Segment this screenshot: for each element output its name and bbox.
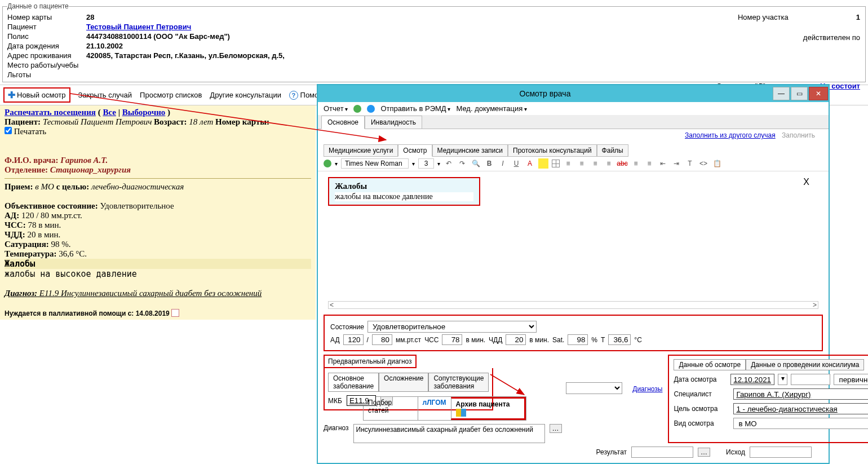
edit-icon[interactable] (171, 309, 179, 317)
exam-goal-input[interactable] (733, 403, 868, 414)
label-card-number: Номер карты (7, 13, 86, 21)
algom-button[interactable]: лЛГОМ (418, 397, 451, 420)
result-lookup-button[interactable]: … (698, 448, 710, 457)
number-list-icon[interactable] (644, 158, 654, 169)
send-remd-dropdown[interactable]: Отправить в РЭМД (380, 104, 450, 113)
window-titlebar[interactable]: Осмотр врача — ▭ ✕ (318, 85, 829, 102)
date-picker-button[interactable]: ▾ (778, 374, 787, 385)
align-center-icon[interactable]: ≡ (577, 158, 587, 169)
tab-disability[interactable]: Инвалидность (365, 116, 422, 129)
diagnosis-value: E11.9 Инсулиннезависимый сахарный диабет… (39, 289, 262, 298)
state-select[interactable]: Удовлетворительное (367, 321, 537, 333)
report-dropdown[interactable]: Отчет (324, 104, 348, 113)
new-exam-button[interactable]: ✚Новый осмотр (3, 87, 70, 103)
close-case-button[interactable]: Закрыть случай (78, 91, 132, 99)
redo-icon[interactable]: ↷ (457, 158, 467, 169)
other-consultations-button[interactable]: Другие консультации (210, 91, 281, 99)
font-color-icon[interactable]: A (525, 158, 535, 169)
font-family-select[interactable]: Times New Roman (341, 158, 409, 169)
diagnoses-link[interactable]: Диагнозы (632, 385, 662, 393)
strike-icon[interactable]: abc (617, 158, 627, 169)
rte-status-icon[interactable] (324, 160, 331, 167)
bp-diastolic-input[interactable] (372, 334, 392, 345)
status-green-icon (353, 105, 361, 113)
font-size-select[interactable]: 3 (418, 158, 434, 169)
editor-area[interactable]: Жалобы жалобы на высокое давление X (318, 171, 829, 301)
tab-protocols[interactable]: Протоколы консультаций (508, 144, 597, 157)
html-icon[interactable]: <> (698, 158, 708, 169)
value-card-number: 28 (86, 13, 94, 21)
editor-section-body[interactable]: жалобы на высокое давление (335, 192, 473, 201)
articles-button[interactable]: Подбор статей (364, 397, 418, 420)
italic-icon[interactable]: I (498, 158, 508, 169)
department-value: Стационар_хирургия (50, 165, 131, 174)
print-all-link[interactable]: Все (103, 108, 116, 117)
dropdown-empty[interactable] (566, 382, 622, 394)
underline-icon[interactable]: U (511, 158, 521, 169)
diag-tab-complication[interactable]: Осложнение (379, 373, 428, 392)
bp-systolic-input[interactable] (343, 334, 364, 345)
info-blue-icon[interactable] (367, 105, 375, 113)
undo-icon[interactable]: ↶ (444, 158, 454, 169)
editor-section-heading: Жалобы (335, 182, 473, 191)
fill-from-other-case-link[interactable]: Заполнить из другого случая (685, 131, 776, 139)
exam-date-input[interactable] (730, 374, 774, 385)
consilium-data-tab[interactable]: Данные о проведении консилиума (746, 359, 864, 370)
view-lists-button[interactable]: Просмотр списков (140, 91, 202, 99)
exam-kind-select[interactable]: в МО (733, 418, 868, 429)
exam-type-select[interactable]: первичное (834, 374, 868, 385)
exam-time-input[interactable] (791, 374, 830, 385)
bold-icon[interactable]: B (484, 158, 494, 169)
align-justify-icon[interactable]: ≡ (604, 158, 614, 169)
diag-tab-associated[interactable]: Сопутствующие заболевания (428, 373, 489, 392)
summary-age-value: 18 лет (189, 117, 215, 126)
print-selective-link[interactable]: Выборочно (122, 108, 166, 117)
close-button[interactable]: ✕ (809, 87, 828, 100)
print-checkbox[interactable] (5, 127, 12, 134)
rr-input[interactable] (506, 334, 526, 345)
scroll-left-icon[interactable]: < (330, 301, 334, 309)
tab-med-services[interactable]: Медицинские услуги (324, 144, 398, 157)
archive-icon (456, 409, 466, 417)
sat-input[interactable] (568, 334, 588, 345)
hr-input[interactable] (442, 334, 462, 345)
specialist-input[interactable] (733, 388, 868, 400)
indent-icon[interactable]: ⇥ (671, 158, 681, 169)
result-input[interactable] (631, 447, 693, 458)
tab-main[interactable]: Основное (321, 116, 365, 129)
highlight-icon[interactable] (538, 158, 548, 169)
exam-goal-label: Цель осмотра (674, 405, 730, 413)
insert-text-icon[interactable]: T (685, 158, 695, 169)
editor-row-delete-icon[interactable]: X (803, 177, 809, 187)
diagnosis-textarea[interactable]: Инсулиннезависимый сахарный диабет без о… (353, 424, 545, 443)
patient-name-link[interactable]: Тестовый Пациент Петрович (86, 23, 191, 31)
scroll-right-icon[interactable]: > (813, 301, 817, 309)
align-right-icon[interactable]: ≡ (590, 158, 600, 169)
clipboard-icon[interactable]: 📋 (712, 158, 722, 169)
value-address: 420085, Татарстан Респ, г.Казань, ул.Бел… (86, 51, 285, 60)
visit-label: Прием: (5, 182, 33, 191)
exam-data-tab[interactable]: Данные об осмотре (674, 359, 746, 370)
window-title: Осмотр врача (318, 89, 772, 98)
diagnosis-lookup-button[interactable]: … (550, 424, 562, 433)
print-visits-link[interactable]: Распечатать посещения (5, 108, 96, 117)
outcome-input[interactable] (750, 447, 812, 458)
editor-h-scrollbar[interactable]: <> (328, 301, 818, 309)
tab-exam[interactable]: Осмотр (398, 144, 432, 157)
table-icon[interactable] (552, 160, 560, 167)
label-patient: Пациент (7, 23, 86, 31)
med-docs-dropdown[interactable]: Мед. документация (456, 104, 527, 113)
outdent-icon[interactable]: ⇤ (658, 158, 668, 169)
doctor-exam-window: Осмотр врача — ▭ ✕ Отчет Отправить в РЭМ… (317, 84, 830, 464)
obj-state-value: Удовлетворительное (100, 201, 174, 210)
minimize-button[interactable]: — (773, 87, 790, 100)
align-left-icon[interactable]: ≡ (563, 158, 573, 169)
bullet-list-icon[interactable] (631, 158, 641, 169)
temp-input[interactable] (608, 334, 631, 345)
maximize-button[interactable]: ▭ (791, 87, 808, 100)
diag-tab-main[interactable]: Основное заболевание (328, 373, 379, 392)
patient-archive-button[interactable]: Архив пациента (451, 397, 526, 420)
tab-med-records[interactable]: Медицинские записи (432, 144, 508, 157)
find-icon[interactable]: 🔍 (471, 158, 481, 169)
tab-files[interactable]: Файлы (597, 144, 628, 157)
